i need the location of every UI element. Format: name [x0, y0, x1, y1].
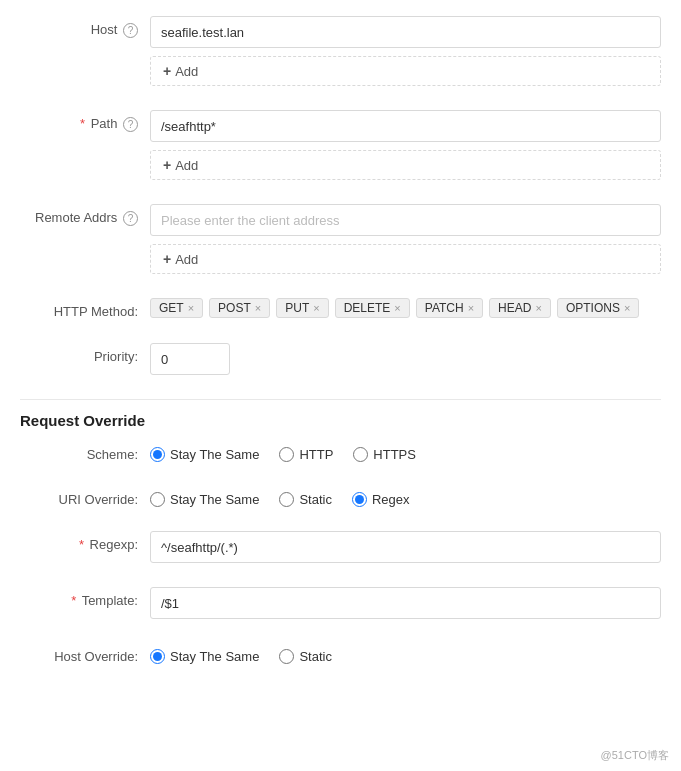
uri-option-stay[interactable]: Stay The Same — [150, 492, 259, 507]
host-row: Host ? + Add — [20, 16, 661, 94]
method-tag-delete: DELETE × — [335, 298, 410, 318]
method-tag-label: POST — [218, 301, 251, 315]
scheme-radio-group: Stay The Same HTTP HTTPS — [150, 441, 661, 462]
path-row: * Path ? + Add — [20, 110, 661, 188]
request-override-header: Request Override — [20, 399, 661, 437]
priority-row: Priority: — [20, 343, 661, 383]
method-tag-label: GET — [159, 301, 184, 315]
path-add-button[interactable]: + Add — [150, 150, 661, 180]
scheme-http-label: HTTP — [299, 447, 333, 462]
scheme-stay-label: Stay The Same — [170, 447, 259, 462]
regexp-required-star: * — [79, 537, 84, 552]
priority-controls — [150, 343, 661, 375]
host-override-radio-group: Stay The Same Static — [150, 643, 661, 664]
method-tags-container: GET ×POST ×PUT ×DELETE ×PATCH ×HEAD ×OPT… — [150, 298, 661, 318]
method-tag-get: GET × — [150, 298, 203, 318]
priority-input[interactable] — [150, 343, 230, 375]
regexp-input[interactable] — [150, 531, 661, 563]
host-override-row: Host Override: Stay The Same Static — [20, 643, 661, 672]
method-tag-label: OPTIONS — [566, 301, 620, 315]
path-help-icon[interactable]: ? — [123, 117, 138, 132]
scheme-option-http[interactable]: HTTP — [279, 447, 333, 462]
uri-override-row: URI Override: Stay The Same Static Regex — [20, 486, 661, 515]
method-tag-close-icon[interactable]: × — [313, 302, 319, 314]
uri-radio-regex[interactable] — [352, 492, 367, 507]
host-override-option-static[interactable]: Static — [279, 649, 332, 664]
host-label: Host ? — [20, 16, 150, 38]
method-tag-close-icon[interactable]: × — [535, 302, 541, 314]
uri-override-controls: Stay The Same Static Regex — [150, 486, 661, 507]
regexp-controls — [150, 531, 661, 563]
remote-addrs-controls: + Add — [150, 204, 661, 274]
method-tag-label: HEAD — [498, 301, 531, 315]
host-override-radio-stay[interactable] — [150, 649, 165, 664]
host-override-stay-label: Stay The Same — [170, 649, 259, 664]
method-tag-close-icon[interactable]: × — [188, 302, 194, 314]
uri-option-regex[interactable]: Regex — [352, 492, 410, 507]
template-controls — [150, 587, 661, 619]
uri-radio-stay[interactable] — [150, 492, 165, 507]
uri-static-label: Static — [299, 492, 332, 507]
scheme-radio-https[interactable] — [353, 447, 368, 462]
priority-label: Priority: — [20, 343, 150, 364]
remote-addrs-label: Remote Addrs ? — [20, 204, 150, 226]
method-tag-label: DELETE — [344, 301, 391, 315]
host-override-option-stay[interactable]: Stay The Same — [150, 649, 259, 664]
host-add-button[interactable]: + Add — [150, 56, 661, 86]
uri-override-radio-group: Stay The Same Static Regex — [150, 486, 661, 507]
remote-addrs-add-label: Add — [175, 252, 198, 267]
host-label-text: Host — [91, 22, 118, 37]
scheme-radio-http[interactable] — [279, 447, 294, 462]
uri-radio-static[interactable] — [279, 492, 294, 507]
host-help-icon[interactable]: ? — [123, 23, 138, 38]
host-add-plus-icon: + — [163, 63, 171, 79]
watermark: @51CTO博客 — [601, 748, 669, 763]
http-method-label: HTTP Method: — [20, 298, 150, 319]
path-required-star: * — [80, 116, 85, 131]
method-tag-close-icon[interactable]: × — [394, 302, 400, 314]
template-label: * Template: — [20, 587, 150, 608]
host-controls: + Add — [150, 16, 661, 86]
method-tag-head: HEAD × — [489, 298, 551, 318]
remote-addrs-add-button[interactable]: + Add — [150, 244, 661, 274]
host-input[interactable] — [150, 16, 661, 48]
path-input[interactable] — [150, 110, 661, 142]
uri-option-static[interactable]: Static — [279, 492, 332, 507]
uri-override-label: URI Override: — [20, 486, 150, 507]
method-tag-close-icon[interactable]: × — [624, 302, 630, 314]
method-tag-close-icon[interactable]: × — [468, 302, 474, 314]
template-input[interactable] — [150, 587, 661, 619]
path-label-text: Path — [91, 116, 118, 131]
scheme-option-stay[interactable]: Stay The Same — [150, 447, 259, 462]
http-method-controls: GET ×POST ×PUT ×DELETE ×PATCH ×HEAD ×OPT… — [150, 298, 661, 318]
remote-addrs-help-icon[interactable]: ? — [123, 211, 138, 226]
method-tag-close-icon[interactable]: × — [255, 302, 261, 314]
template-row: * Template: — [20, 587, 661, 627]
scheme-option-https[interactable]: HTTPS — [353, 447, 416, 462]
method-tag-options: OPTIONS × — [557, 298, 639, 318]
section-title-text: Request Override — [20, 412, 145, 429]
remote-addrs-plus-icon: + — [163, 251, 171, 267]
uri-override-label-text: URI Override: — [59, 492, 138, 507]
host-override-label-text: Host Override: — [54, 649, 138, 664]
http-method-row: HTTP Method: GET ×POST ×PUT ×DELETE ×PAT… — [20, 298, 661, 327]
path-add-label: Add — [175, 158, 198, 173]
remote-addrs-row: Remote Addrs ? + Add — [20, 204, 661, 282]
uri-stay-label: Stay The Same — [170, 492, 259, 507]
regexp-label: * Regexp: — [20, 531, 150, 552]
scheme-label-text: Scheme: — [87, 447, 138, 462]
method-tag-post: POST × — [209, 298, 270, 318]
remote-addrs-input[interactable] — [150, 204, 661, 236]
host-add-label: Add — [175, 64, 198, 79]
method-tag-patch: PATCH × — [416, 298, 483, 318]
host-override-radio-static[interactable] — [279, 649, 294, 664]
scheme-controls: Stay The Same HTTP HTTPS — [150, 441, 661, 462]
uri-regex-label: Regex — [372, 492, 410, 507]
host-override-label: Host Override: — [20, 643, 150, 664]
method-tag-label: PATCH — [425, 301, 464, 315]
method-tag-label: PUT — [285, 301, 309, 315]
scheme-radio-stay[interactable] — [150, 447, 165, 462]
scheme-https-label: HTTPS — [373, 447, 416, 462]
path-add-plus-icon: + — [163, 157, 171, 173]
method-tag-put: PUT × — [276, 298, 328, 318]
